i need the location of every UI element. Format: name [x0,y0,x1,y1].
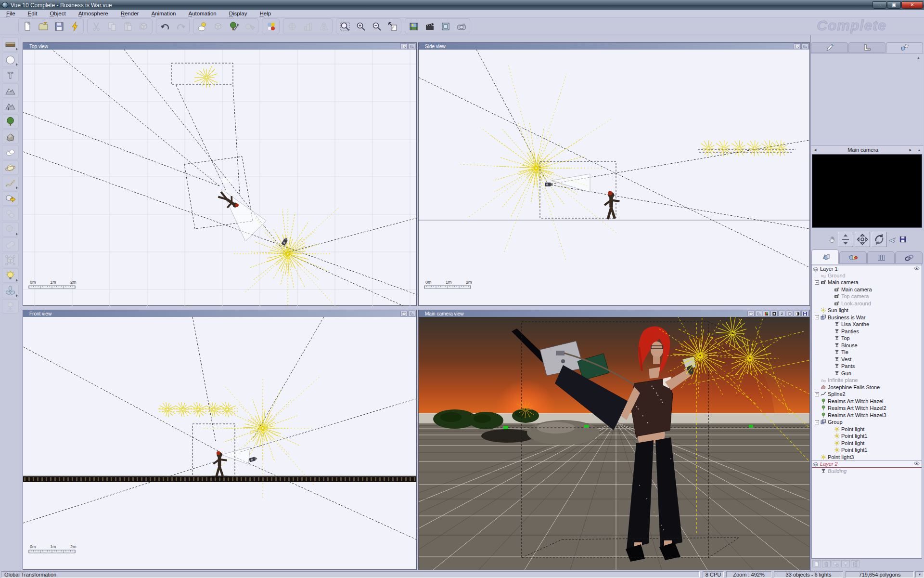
delete-item-button[interactable] [822,560,831,567]
cloud-tool[interactable] [2,145,19,159]
copy-button[interactable] [104,19,119,33]
menu-help[interactable]: Help [253,10,277,17]
render-area-button[interactable] [438,19,453,33]
paste-button[interactable] [120,19,135,33]
viewport-side[interactable]: Side view 0m1m2m [418,42,810,306]
display-options-icon[interactable] [763,311,770,316]
fit-view-button[interactable] [385,19,400,33]
edit-object-tool[interactable] [2,253,19,267]
render-view-icon[interactable] [408,311,415,316]
browser-tab-links[interactable] [895,251,923,264]
quick-render-button[interactable] [67,19,82,33]
objects-tab[interactable] [886,42,923,53]
main-camera-canvas[interactable] [419,317,809,570]
tree-item-infinite-plane[interactable]: Infinite plane [812,377,922,384]
render-view-icon[interactable] [408,43,415,49]
light-tool[interactable] [2,268,19,283]
wind-tool[interactable] [2,284,19,298]
tree-item-sun-light[interactable]: Sun light [812,307,922,314]
save-file-button[interactable] [51,19,66,33]
next-camera-button[interactable]: ► [906,148,915,152]
top-view-canvas[interactable]: 0m1m2m [23,50,416,306]
save-image-icon[interactable] [801,311,808,316]
layer-row-layer-1[interactable]: Layer 1 [812,265,922,272]
flip-object-button[interactable] [316,19,331,33]
paste-special-button[interactable] [136,19,151,33]
show-render-dot-icon[interactable] [770,311,778,316]
camera-object[interactable] [545,183,553,186]
tree-item-tie[interactable]: Tie [812,349,922,356]
open-file-button[interactable] [36,19,51,33]
viewport-top[interactable]: Top view 0m1m2m [23,42,417,306]
pick-object-button[interactable] [242,19,257,33]
duplicate-object-tool[interactable] [2,207,19,221]
tree-item-look-around[interactable]: Look-around [812,300,922,307]
animation-wizard-button[interactable] [422,19,437,33]
viewport-main-camera[interactable]: Main camera view Z [418,310,810,570]
paste-item-button[interactable] [841,560,850,567]
previous-camera-button[interactable]: ◄ [811,148,820,152]
tree-item-realms-art-witch-hazel[interactable]: Realms Art Witch Hazel [812,398,922,405]
new-item-button[interactable] [812,560,821,567]
tree-item-panties[interactable]: Panties [812,328,922,335]
title-bar[interactable]: Vue 10 Complete - Business is War.vue ─ … [0,0,924,10]
tree-item-building[interactable]: Building [812,468,922,475]
sphere-primitive-tool[interactable] [2,53,19,67]
menu-file[interactable]: File [0,10,22,17]
tree-item-ground[interactable]: Ground [812,272,922,279]
camera-preview[interactable] [812,154,922,228]
pan-button[interactable] [855,232,870,247]
z-buffer-icon[interactable]: Z [778,311,785,316]
layer-visibility-icon[interactable] [914,460,920,467]
metablob-tool[interactable] [2,237,19,252]
tree-item-realms-art-witch-hazel3[interactable]: Realms Art Witch Hazel3 [812,412,922,419]
tree-item-point-light[interactable]: Point light [812,440,922,447]
tree-item-josephine-falls-stone[interactable]: Josephine Falls Stone [812,384,922,391]
render-picture-button[interactable] [406,19,421,33]
tree-expander[interactable]: − [815,420,819,424]
heightfield-terrain-tool[interactable] [2,83,19,98]
zoom-out-button[interactable] [369,19,384,33]
side-view-canvas[interactable]: 0m1m2m [419,50,809,306]
tree-item-pants[interactable]: Pants [812,363,922,370]
camera-object[interactable] [249,456,257,462]
tree-expander[interactable]: + [815,392,819,396]
menu-automation[interactable]: Automation [182,10,223,17]
render-options-button[interactable] [454,19,469,33]
tree-item-realms-art-witch-hazel2[interactable]: Realms Art Witch Hazel2 [812,405,922,412]
menu-object[interactable]: Object [43,10,72,17]
tree-item-group[interactable]: −Group [812,419,922,426]
radiosity-icon[interactable] [786,311,793,316]
road-tool[interactable] [2,176,19,190]
procedural-terrain-tool[interactable]: f [2,99,19,113]
vegetation-tool[interactable] [2,114,19,129]
viewport-front[interactable]: Front view 0m1m2m [23,310,417,570]
tree-item-gun[interactable]: Gun [812,370,922,377]
front-view-titlebar[interactable]: Front view [23,310,416,317]
statistics-button[interactable] [300,19,315,33]
contrast-icon[interactable] [794,311,801,316]
tree-item-point-light1[interactable]: Point light1 [812,433,922,440]
layer-visibility-icon[interactable] [914,265,920,272]
tree-expander[interactable]: − [815,280,819,285]
text-object-tool[interactable]: T [2,68,19,82]
save-view-button[interactable] [898,235,907,244]
browser-tab-materials[interactable] [839,251,867,264]
top-view-titlebar[interactable]: Top view [23,43,416,50]
smart-drop-button[interactable] [210,19,225,33]
copy-item-button[interactable] [832,560,840,567]
collapse-arrow-icon[interactable]: ▲ [917,56,920,59]
redo-button[interactable] [173,19,188,33]
boolean-operation-tool[interactable] [2,222,19,236]
new-scene-button[interactable] [20,19,35,33]
maximize-button[interactable]: ▣ [887,1,901,9]
maximize-view-icon[interactable] [400,43,408,49]
layer-row-layer-2[interactable]: Layer 2 [812,460,922,468]
paint-tab[interactable] [811,42,848,53]
drop-to-floor-tool[interactable] [2,299,19,314]
tree-item-point-light[interactable]: Point light [812,426,922,433]
hierarchy-button[interactable] [851,560,860,567]
menu-display[interactable]: Display [223,10,254,17]
render-view-icon[interactable] [801,43,808,49]
tree-item-business-is-war[interactable]: −Business is War [812,314,922,321]
